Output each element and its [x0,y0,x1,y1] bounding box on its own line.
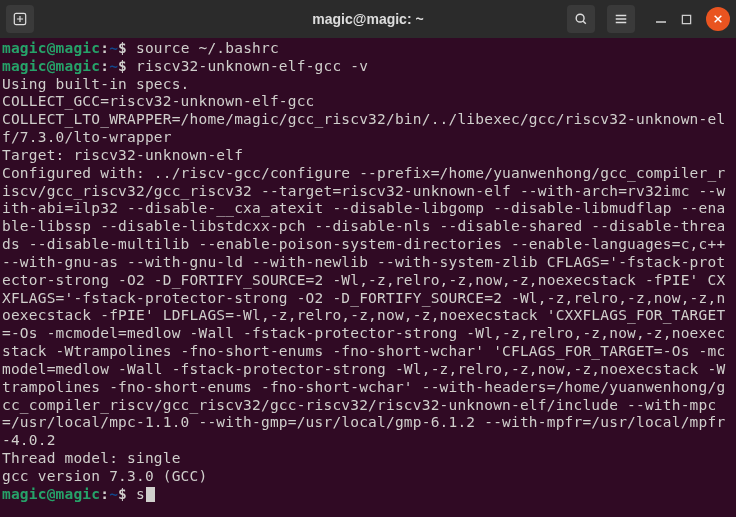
prompt-path: ~ [109,58,118,74]
output-line: Thread model: single [2,450,181,466]
command-text: s [136,486,145,502]
prompt-userhost: magic@magic [2,58,100,74]
prompt-dollar: $ [118,486,136,502]
titlebar: magic@magic: ~ [0,0,736,38]
output-line: gcc version 7.3.0 (GCC) [2,468,207,484]
prompt-userhost: magic@magic [2,486,100,502]
menu-button[interactable] [607,5,635,33]
close-button[interactable] [706,7,730,31]
new-tab-button[interactable] [6,5,34,33]
command-text: source ~/.bashrc [136,40,279,56]
prompt-colon: : [100,486,109,502]
output-line: Using built-in specs. [2,76,190,92]
prompt-colon: : [100,58,109,74]
command-text: riscv32-unknown-elf-gcc -v [136,58,368,74]
prompt-dollar: $ [118,58,136,74]
maximize-button[interactable] [681,14,692,25]
prompt-path: ~ [109,40,118,56]
output-line: Target: riscv32-unknown-elf [2,147,243,163]
prompt-dollar: $ [118,40,136,56]
svg-point-1 [576,14,584,22]
output-line: COLLECT_LTO_WRAPPER=/home/magic/gcc_risc… [2,111,725,145]
minimize-button[interactable] [655,13,667,25]
prompt-colon: : [100,40,109,56]
window-title: magic@magic: ~ [247,11,488,27]
search-button[interactable] [567,5,595,33]
terminal-area[interactable]: magic@magic:~$ source ~/.bashrc magic@ma… [0,38,736,506]
prompt-path: ~ [109,486,118,502]
cursor [146,487,155,502]
prompt-userhost: magic@magic [2,40,100,56]
output-line: COLLECT_GCC=riscv32-unknown-elf-gcc [2,93,315,109]
output-line: Configured with: ../riscv-gcc/configure … [2,165,734,448]
svg-rect-2 [682,15,690,23]
